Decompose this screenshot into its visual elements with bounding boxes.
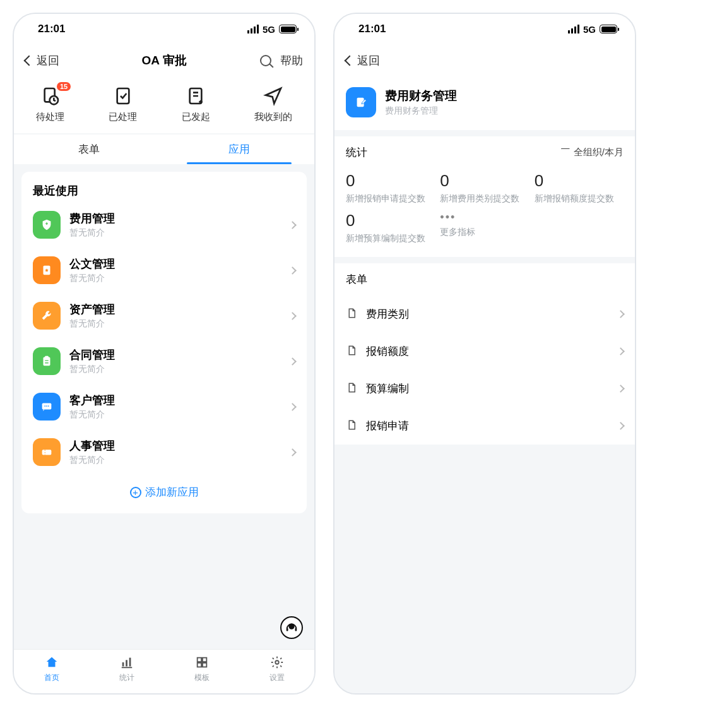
tab-template[interactable]: 模板 [194, 655, 210, 693]
network-label: 5G [583, 24, 596, 35]
clip-icon [33, 347, 61, 375]
bottom-tab-bar: 首页 统计 模板 设置 [14, 649, 314, 693]
svg-rect-15 [122, 662, 124, 666]
form-item-3[interactable]: 报销申请 [334, 407, 635, 445]
app-item-1[interactable]: 公文管理暂无简介 [21, 248, 307, 293]
stat-more-label: 更多指标 [440, 227, 529, 238]
stat-value: 0 [346, 211, 435, 230]
stat-cell-3: 0新增预算编制提交数 [346, 211, 435, 244]
battery-icon [279, 25, 297, 33]
app-item-title: 公文管理 [69, 256, 281, 272]
back-button[interactable]: 返回 [346, 53, 415, 68]
app-item-sub: 暂无简介 [69, 409, 281, 421]
svg-rect-11 [42, 450, 52, 455]
chevron-right-icon [617, 385, 625, 393]
stat-cell-1: 0新增费用类别提交数 [440, 171, 529, 205]
app-item-5[interactable]: 人事管理暂无简介 [21, 429, 307, 475]
search-icon[interactable] [260, 55, 271, 66]
stats-grid: 0新增报销申请提交数0新增费用类别提交数0新增报销额度提交数0新增预算编制提交数… [334, 169, 635, 257]
status-bar: 21:01 5G [14, 14, 314, 44]
tab-settings-label: 设置 [269, 672, 285, 683]
dots-icon: ••• [440, 211, 529, 224]
action-pending[interactable]: 15 待处理 [36, 86, 64, 123]
status-time: 21:01 [358, 23, 386, 35]
stat-value: 0 [535, 171, 624, 191]
svg-rect-17 [129, 658, 131, 667]
status-indicators: 5G [247, 24, 297, 35]
chevron-left-icon [345, 56, 355, 66]
stats-title: 统计 [346, 145, 367, 160]
app-item-title: 客户管理 [69, 393, 281, 408]
svg-rect-18 [121, 667, 132, 668]
action-done[interactable]: 已处理 [109, 86, 137, 123]
app-item-4[interactable]: 客户管理暂无简介 [21, 384, 307, 429]
action-row: 15 待处理 已处理 已发起 我收到的 [14, 77, 314, 133]
chevron-right-icon [288, 357, 297, 366]
form-item-1[interactable]: 报销额度 [334, 333, 635, 370]
add-app-button[interactable]: + 添加新应用 [21, 475, 307, 513]
form-item-0[interactable]: 费用类别 [334, 295, 635, 333]
action-sent[interactable]: 已发起 [182, 86, 210, 123]
stat-more[interactable]: •••更多指标 [440, 211, 529, 244]
scroll-area[interactable]: 最近使用 费用管理暂无简介公文管理暂无简介资产管理暂无简介合同管理暂无简介客户管… [14, 164, 314, 649]
gear-icon [269, 655, 285, 670]
action-done-label: 已处理 [109, 111, 137, 123]
tab-app[interactable]: 应用 [164, 134, 314, 164]
svg-rect-20 [202, 658, 206, 662]
app-header-title: 费用财务管理 [385, 88, 457, 104]
recent-list: 费用管理暂无简介公文管理暂无简介资产管理暂无简介合同管理暂无简介客户管理暂无简介… [21, 202, 307, 475]
starfile-icon [33, 256, 61, 284]
stat-label: 新增报销额度提交数 [535, 193, 624, 205]
tab-form[interactable]: 表单 [14, 134, 164, 164]
tab-settings[interactable]: 设置 [269, 655, 285, 693]
form-item-title: 报销额度 [366, 344, 609, 359]
stat-value: 0 [440, 171, 529, 191]
status-indicators: 5G [568, 24, 617, 35]
tab-stats-label: 统计 [119, 672, 134, 683]
svg-rect-5 [44, 357, 50, 366]
app-item-2[interactable]: 资产管理暂无简介 [21, 293, 307, 338]
stat-label: 新增费用类别提交数 [440, 193, 529, 205]
forms-panel: 表单 费用类别报销额度预算编制报销申请 [334, 263, 635, 445]
app-item-0[interactable]: 费用管理暂无简介 [21, 202, 307, 248]
plus-circle-icon: + [130, 487, 141, 498]
svg-point-10 [48, 405, 49, 407]
chevron-right-icon [617, 347, 625, 355]
funnel-icon [561, 148, 570, 157]
tab-home[interactable]: 首页 [44, 655, 59, 693]
support-floating-button[interactable] [280, 616, 303, 639]
app-item-title: 资产管理 [69, 302, 281, 317]
tab-template-label: 模板 [194, 672, 210, 683]
battery-icon [600, 25, 617, 33]
form-item-title: 费用类别 [366, 307, 609, 321]
action-received-label: 我收到的 [254, 111, 292, 123]
chevron-right-icon [288, 403, 297, 411]
signal-icon [247, 25, 259, 33]
svg-rect-14 [295, 628, 297, 631]
app-item-sub: 暂无简介 [69, 364, 281, 375]
stat-label: 新增预算编制提交数 [346, 233, 435, 244]
form-item-2[interactable]: 预算编制 [334, 370, 635, 407]
chevron-right-icon [288, 266, 297, 275]
action-received[interactable]: 我收到的 [254, 86, 292, 123]
page-title: OA 审批 [141, 52, 186, 69]
stat-label: 新增报销申请提交数 [346, 193, 435, 205]
back-button[interactable]: 返回 [25, 53, 95, 68]
tab-home-label: 首页 [44, 672, 59, 683]
svg-rect-21 [197, 663, 201, 667]
help-button[interactable]: 帮助 [280, 53, 303, 68]
stats-filter-button[interactable]: 全组织/本月 [561, 146, 624, 158]
edit-file-icon [346, 87, 376, 117]
app-item-title: 费用管理 [69, 211, 281, 226]
chevron-right-icon [617, 422, 625, 430]
recent-card: 最近使用 费用管理暂无简介公文管理暂无简介资产管理暂无简介合同管理暂无简介客户管… [21, 172, 307, 513]
pending-badge: 15 [57, 82, 71, 91]
tab-stats[interactable]: 统计 [119, 655, 134, 693]
app-item-3[interactable]: 合同管理暂无简介 [21, 338, 307, 384]
paper-plane-icon [263, 86, 283, 106]
plus-file-icon [186, 86, 206, 106]
stats-filter-label: 全组织/本月 [574, 146, 624, 158]
app-item-sub: 暂无简介 [69, 273, 281, 284]
chat-icon [33, 393, 61, 421]
headset-icon [285, 621, 299, 635]
